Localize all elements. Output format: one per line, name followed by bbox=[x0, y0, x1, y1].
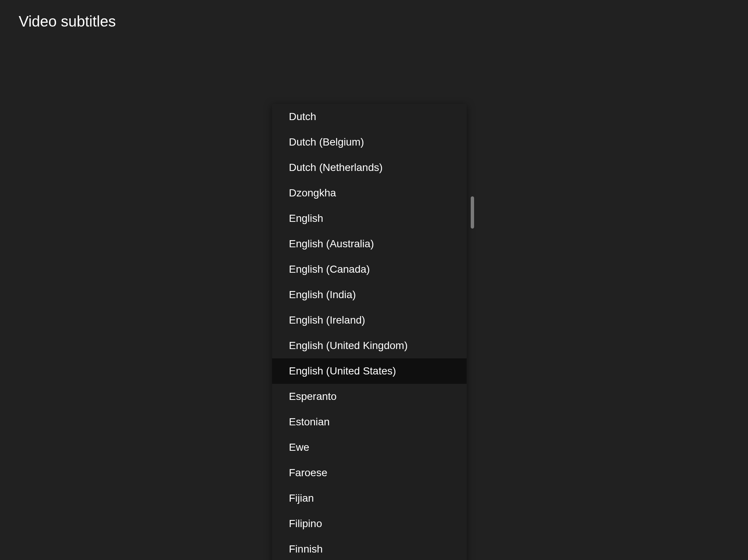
page-title: Video subtitles bbox=[19, 13, 729, 30]
language-option[interactable]: Filipino bbox=[272, 511, 467, 536]
language-option[interactable]: Ewe bbox=[272, 435, 467, 460]
language-option[interactable]: Faroese bbox=[272, 460, 467, 486]
language-option[interactable]: Dutch (Netherlands) bbox=[272, 155, 467, 180]
page-header: Video subtitles bbox=[0, 0, 748, 43]
language-option[interactable]: English (United Kingdom) bbox=[272, 333, 467, 358]
language-option[interactable]: English (Canada) bbox=[272, 257, 467, 282]
language-option[interactable]: English bbox=[272, 206, 467, 231]
language-option[interactable]: Fijian bbox=[272, 486, 467, 511]
language-dropdown: DutchDutch (Belgium)Dutch (Netherlands)D… bbox=[272, 104, 467, 560]
language-option[interactable]: Dutch bbox=[272, 104, 467, 129]
language-option[interactable]: English (India) bbox=[272, 282, 467, 307]
language-option[interactable]: English (United States) bbox=[272, 358, 467, 384]
language-option[interactable]: Esperanto bbox=[272, 384, 467, 409]
language-option[interactable]: English (Ireland) bbox=[272, 307, 467, 333]
language-list: DutchDutch (Belgium)Dutch (Netherlands)D… bbox=[272, 104, 467, 560]
language-option[interactable]: Estonian bbox=[272, 409, 467, 435]
scrollbar-thumb[interactable] bbox=[471, 196, 474, 229]
language-option[interactable]: Dzongkha bbox=[272, 180, 467, 206]
language-option[interactable]: English (Australia) bbox=[272, 231, 467, 257]
language-option[interactable]: Finnish bbox=[272, 536, 467, 560]
scrollbar-track[interactable] bbox=[471, 104, 474, 560]
language-option[interactable]: Dutch (Belgium) bbox=[272, 129, 467, 155]
